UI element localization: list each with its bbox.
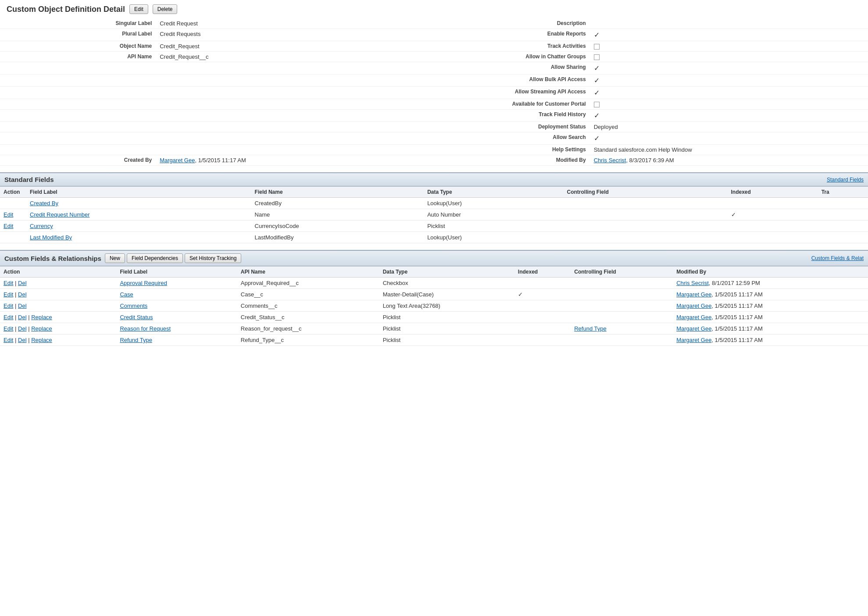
column-header: Data Type — [379, 267, 514, 278]
standard-fields-table: ActionField LabelField NameData TypeCont… — [0, 186, 868, 243]
data-type-cell: Checkbox — [379, 278, 514, 289]
edit-action-link[interactable]: Edit — [4, 314, 13, 320]
set-history-tracking-button[interactable]: Set History Tracking — [185, 253, 241, 263]
field-label-link[interactable]: Credit Request Number — [30, 211, 90, 218]
table-row: EditCurrencyCurrencyIsoCodePicklist — [0, 221, 868, 232]
field-value — [156, 87, 434, 99]
field-value: Credit_Request__c — [156, 52, 434, 62]
edit-action-link[interactable]: Edit — [4, 337, 13, 343]
custom-fields-table: ActionField LabelAPI NameData TypeIndexe… — [0, 266, 868, 346]
custom-fields-buttons: New Field Dependencies Set History Track… — [105, 253, 241, 263]
field-label — [0, 99, 156, 110]
custom-fields-link[interactable]: Custom Fields & Relat — [811, 255, 864, 261]
field-label-link[interactable]: Approval Required — [120, 280, 167, 286]
field-label: Plural Label — [0, 29, 156, 41]
indexed-cell — [514, 335, 571, 346]
indexed-cell — [514, 278, 571, 289]
field-label: Allow Sharing — [434, 62, 590, 75]
del-action-link[interactable]: Del — [18, 325, 27, 332]
object-detail-section: Singular LabelCredit RequestDescriptionP… — [0, 18, 868, 166]
controlling-field-cell — [571, 289, 673, 300]
controlling-field-cell: Refund Type — [571, 323, 673, 335]
data-type-cell: Picklist — [379, 335, 514, 346]
field-value — [156, 122, 434, 132]
table-row: Edit | DelApproval RequiredApproval_Requ… — [0, 278, 868, 289]
replace-action-link[interactable]: Replace — [31, 325, 52, 332]
new-button[interactable]: New — [105, 253, 125, 263]
table-row: Edit | Del | ReplaceCredit StatusCredit_… — [0, 312, 868, 323]
checkmark-icon: ✓ — [594, 77, 600, 84]
edit-action-link[interactable]: Edit — [4, 291, 13, 298]
field-value: ✓ — [590, 87, 868, 99]
del-action-link[interactable]: Del — [18, 337, 27, 343]
field-label — [0, 110, 156, 122]
replace-action-link[interactable]: Replace — [31, 337, 52, 343]
api-name-cell: Reason_for_request__c — [237, 323, 379, 335]
field-label: API Name — [0, 52, 156, 62]
checkbox-empty-icon — [594, 44, 600, 50]
field-label-link[interactable]: Comments — [120, 303, 147, 309]
edit-action-link[interactable]: Edit — [4, 325, 13, 332]
edit-action-link[interactable]: Edit — [4, 223, 13, 229]
field-label-link[interactable]: Currency — [30, 223, 53, 229]
modified-by-link[interactable]: Chris Secrist — [594, 157, 626, 164]
field-label-link[interactable]: Reason for Request — [120, 325, 171, 332]
edit-button[interactable]: Edit — [129, 4, 148, 14]
modified-by-link[interactable]: Margaret Gee — [676, 325, 711, 332]
field-label-link[interactable]: Created By — [30, 200, 58, 207]
controlling-field-cell — [564, 221, 728, 232]
modified-by-link[interactable]: Chris Secrist — [676, 280, 709, 286]
edit-action-link[interactable]: Edit — [4, 303, 13, 309]
tracked-cell — [818, 209, 868, 221]
field-label: Description — [434, 18, 590, 29]
field-value — [156, 99, 434, 110]
tracked-cell — [818, 232, 868, 243]
modified-by-link[interactable]: Margaret Gee — [676, 337, 711, 343]
field-label-link[interactable]: Case — [120, 291, 133, 298]
field-value: ✓ — [590, 29, 868, 41]
field-label: Deployment Status — [434, 122, 590, 132]
standard-fields-link[interactable]: Standard Fields — [827, 177, 864, 183]
controlling-field-link[interactable]: Refund Type — [574, 325, 606, 332]
modified-by-link[interactable]: Margaret Gee — [676, 303, 711, 309]
field-label-link[interactable]: Last Modified By — [30, 234, 72, 241]
del-action-link[interactable]: Del — [18, 314, 27, 320]
column-header: Field Label — [116, 267, 237, 278]
controlling-field-cell — [564, 209, 728, 221]
data-type-cell: Lookup(User) — [424, 198, 563, 209]
checkmark-icon: ✓ — [594, 112, 600, 119]
field-label-cell: Credit Request Number — [26, 209, 251, 221]
field-label-link[interactable]: Credit Status — [120, 314, 153, 320]
field-label — [0, 132, 156, 145]
field-value: Deployed — [590, 122, 868, 132]
action-cell — [0, 232, 26, 243]
del-action-link[interactable]: Del — [18, 291, 27, 298]
checkmark-icon: ✓ — [594, 64, 600, 72]
modified-by-cell: Margaret Gee, 1/5/2015 11:17 AM — [673, 300, 868, 312]
field-label-cell: Case — [116, 289, 237, 300]
column-header: Indexed — [514, 267, 571, 278]
field-label — [0, 75, 156, 87]
del-action-link[interactable]: Del — [18, 280, 27, 286]
data-type-cell: Lookup(User) — [424, 232, 563, 243]
edit-action-link[interactable]: Edit — [4, 211, 13, 218]
edit-action-link[interactable]: Edit — [4, 280, 13, 286]
data-type-cell: Auto Number — [424, 209, 563, 221]
modified-by-cell: Margaret Gee, 1/5/2015 11:17 AM — [673, 312, 868, 323]
delete-button[interactable]: Delete — [153, 4, 178, 14]
indexed-cell — [514, 312, 571, 323]
field-label-link[interactable]: Refund Type — [120, 337, 152, 343]
created-by-link[interactable]: Margaret Gee — [160, 157, 195, 164]
field-label — [0, 122, 156, 132]
action-cell: Edit | Del — [0, 289, 116, 300]
replace-action-link[interactable]: Replace — [31, 314, 52, 320]
field-value — [590, 18, 868, 29]
column-header: API Name — [237, 267, 379, 278]
modified-by-link[interactable]: Margaret Gee — [676, 314, 711, 320]
field-value — [156, 75, 434, 87]
modified-by-link[interactable]: Margaret Gee — [676, 291, 711, 298]
checkbox-empty-icon — [594, 102, 600, 107]
del-action-link[interactable]: Del — [18, 303, 27, 309]
field-dependencies-button[interactable]: Field Dependencies — [127, 253, 183, 263]
column-header: Action — [0, 187, 26, 198]
